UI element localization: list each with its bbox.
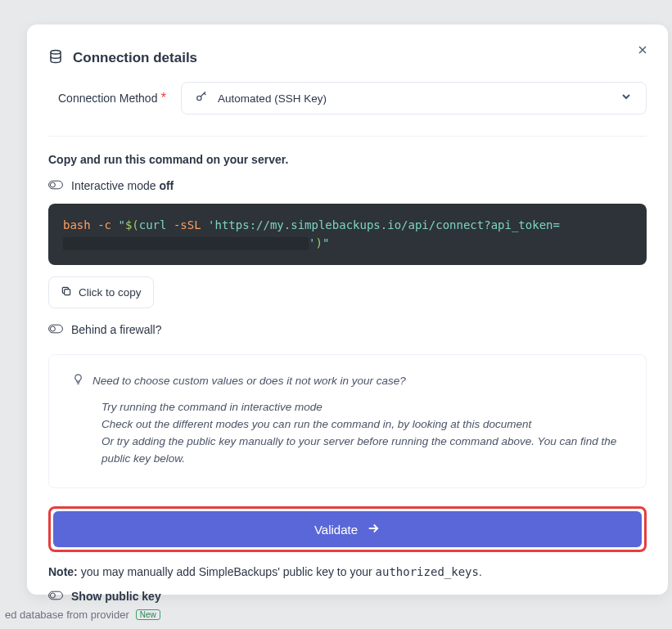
new-badge: New [136, 609, 160, 620]
connection-details-modal: Connection details Connection Method * A… [27, 25, 668, 595]
hint-body: Try running the command in interactive m… [72, 399, 623, 468]
svg-point-0 [51, 51, 61, 55]
command-code-block: bash -c "$(curl -sSL 'https://my.simpleb… [48, 204, 647, 265]
svg-rect-5 [49, 326, 63, 334]
validate-label: Validate [314, 523, 358, 537]
firewall-label: Behind a firewall? [71, 323, 162, 336]
connection-method-value: Automated (SSH Key) [218, 92, 327, 105]
firewall-toggle[interactable]: Behind a firewall? [48, 323, 647, 336]
command-instruction: Copy and run this command on your server… [48, 153, 647, 166]
note-text: Note: you may manually add SimpleBackups… [48, 565, 647, 578]
section-header: Connection details [48, 49, 647, 67]
copy-label: Click to copy [79, 286, 142, 299]
svg-point-3 [50, 182, 55, 187]
toggle-off-icon [48, 179, 63, 192]
toggle-off-icon [48, 323, 63, 336]
background-text: ed database from provider [5, 609, 129, 621]
divider [48, 136, 647, 137]
background-fragment: ed database from provider New [5, 609, 160, 621]
show-public-key-label: Show public key [71, 590, 161, 603]
toggle-off-icon [48, 590, 63, 603]
svg-rect-7 [49, 591, 63, 600]
interactive-mode-toggle[interactable]: Interactive mode off [48, 179, 647, 192]
database-icon [48, 49, 63, 67]
validate-button[interactable]: Validate [53, 511, 642, 547]
validate-highlight: Validate [48, 506, 647, 552]
required-mark: * [157, 91, 166, 105]
show-public-key-toggle[interactable]: Show public key [48, 590, 647, 603]
copy-button[interactable]: Click to copy [48, 276, 154, 308]
section-title: Connection details [73, 50, 197, 66]
connection-method-row: Connection Method * Automated (SSH Key) [48, 82, 647, 115]
chevron-down-icon [620, 90, 633, 106]
hint-box: Need to choose custom values or does it … [48, 354, 647, 488]
svg-point-8 [50, 593, 55, 598]
copy-icon [61, 285, 72, 299]
redacted-token [63, 237, 309, 250]
lightbulb-icon [72, 373, 84, 388]
close-button[interactable] [634, 41, 652, 59]
key-icon [195, 90, 208, 106]
close-icon [636, 43, 649, 56]
connection-method-select[interactable]: Automated (SSH Key) [181, 82, 647, 115]
svg-rect-4 [65, 290, 70, 295]
svg-point-6 [50, 326, 55, 331]
connection-method-label: Connection Method * [58, 91, 166, 106]
hint-header: Need to choose custom values or does it … [72, 373, 623, 388]
svg-rect-2 [49, 181, 63, 189]
arrow-right-icon [366, 521, 381, 538]
